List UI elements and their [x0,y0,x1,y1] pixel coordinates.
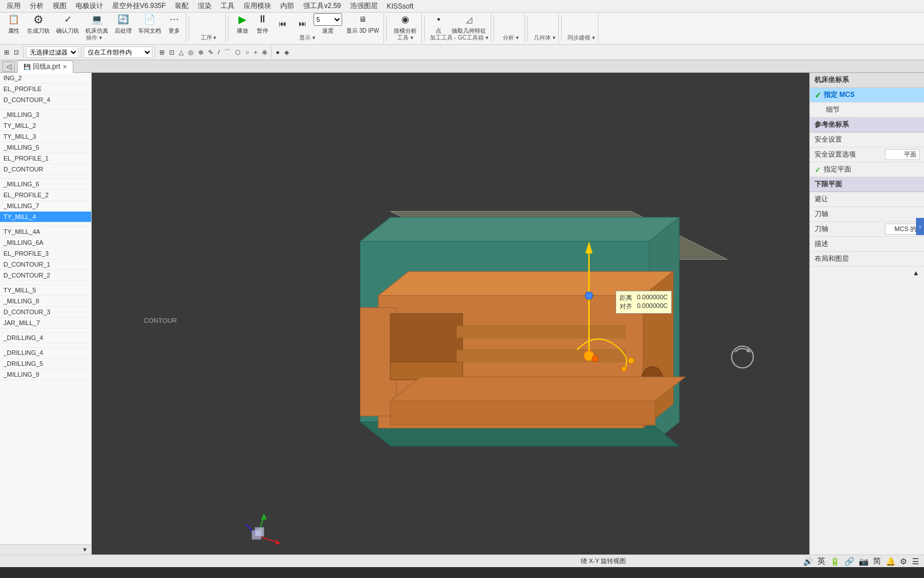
tb2-tool-5[interactable]: ⊕ [197,48,205,57]
tb2-tool-1[interactable]: ⊞ [158,48,166,57]
sidebar-item-24[interactable]: _MILLING_8 [0,296,91,307]
rp-field-safety-value[interactable]: 平面 [885,149,919,160]
tb2-tool-2[interactable]: ⊡ [167,48,176,57]
tab-nav-back[interactable]: ◁ [2,61,15,72]
sidebar-item-6[interactable]: TY_MILL_2 [0,120,91,131]
menu-zhuangpei[interactable]: 装配 [170,0,193,12]
status-icon-camera[interactable]: 📷 [859,557,868,566]
sidebar-item-31[interactable]: _DRILLING_5 [0,358,91,369]
menu-dianjisheji[interactable]: 电极设计 [71,0,108,12]
btn-rewind[interactable]: ⏮ [273,11,292,37]
status-icon-sound[interactable]: 🔊 [803,557,813,566]
rp-item-avoid[interactable]: 避让 [810,192,924,207]
tb2-tool-14[interactable]: ◈ [283,48,291,57]
menu-gongju[interactable]: 工具 [216,0,239,12]
menu-shitu[interactable]: 视图 [48,0,71,12]
tb2-tool-9[interactable]: ⬡ [233,48,242,57]
menu-yingyong[interactable]: 应用 [2,0,25,12]
rp-item-layout[interactable]: 布局和图层 [810,252,924,267]
status-icon-link[interactable]: 🔗 [844,557,854,566]
rp-item-safety[interactable]: 安全设置 [810,132,924,147]
tb2-tool-13[interactable]: ● [274,48,281,56]
sidebar-item-22[interactable] [0,281,91,285]
tb2-tool-3[interactable]: △ [177,48,185,57]
sidebar-item-32[interactable]: _MILLING_9 [0,369,91,380]
sidebar-item-2[interactable]: EL_PROFILE [0,84,91,95]
sidebar-item-7[interactable]: TY_MILL_3 [0,131,91,142]
btn-more-ops[interactable]: ⋯ 更多 [165,11,183,37]
sidebar-item-15[interactable]: TY_MILL_4 [0,212,91,222]
rp-collapse-btn[interactable]: ▲ [810,267,924,279]
btn-properties[interactable]: 📋 属性 [5,11,23,37]
tb2-tool-6[interactable]: ✎ [206,48,215,57]
status-icon-lang[interactable]: 英 [817,556,825,567]
menu-xuanran[interactable]: 渲染 [193,0,216,12]
tb2-tool-11[interactable]: + [252,48,259,56]
sidebar-item-17[interactable]: TY_MILL_4A [0,226,91,237]
sidebar-item-11[interactable] [0,175,91,179]
tb2-tool-12[interactable]: ⊕ [260,48,269,57]
btn-pause[interactable]: ⏸ 暂停 [253,11,272,37]
rp-field-toolaxis-value[interactable]: MCS 的 [885,224,919,235]
menu-fenxi[interactable]: 分析 [25,0,48,12]
btn-shop-doc[interactable]: 📄 车间文档 [136,11,163,37]
btn-play[interactable]: ▶ 播放 [233,11,252,37]
menu-yingyongmokuai[interactable]: 应用模块 [239,0,276,12]
filter-select[interactable]: 无选择过滤器 [26,46,79,58]
status-icon-bell[interactable]: 🔔 [886,557,895,566]
sidebar-item-25[interactable]: D_CONTOUR_3 [0,307,91,318]
sidebar-item-1[interactable]: ING_2 [0,73,91,84]
rp-section-coord[interactable]: 参考坐标系 [810,118,924,132]
sidebar-item-27[interactable] [0,329,91,333]
btn-point[interactable]: • 点 [429,11,448,37]
scope-select[interactable]: 仅在工作部件内 [84,46,152,58]
rp-item-detail[interactable]: 细节 [810,103,924,118]
menu-xingkong[interactable]: 星空外挂V6.935F [108,0,170,12]
tb2-tool-7[interactable]: / [216,48,221,56]
rp-item-plane[interactable]: ✓ 指定平面 [810,162,924,177]
menu-neib[interactable]: 内部 [276,0,299,12]
sidebar-item-20[interactable]: D_CONTOUR_1 [0,259,91,270]
tb2-snap-left[interactable]: ⊞ [2,48,11,57]
rp-item-desc[interactable]: 描述 [810,237,924,252]
sidebar-item-5[interactable]: _MILLING_3 [0,110,91,120]
sidebar-scroll-down-btn[interactable]: ▼ [80,546,90,553]
sidebar-item-26[interactable]: JAR_MILL_7 [0,318,91,329]
btn-show-3dipw[interactable]: 🖥 显示 3D IPW [344,11,381,37]
btn-generate[interactable]: ⚙ 生成刀轨 [25,11,52,37]
rp-section-lower[interactable]: 下限平面 [810,177,924,192]
status-icon-settings[interactable]: ⚙ [900,557,907,566]
status-icon-menu[interactable]: ☰ [912,557,919,566]
sidebar-item-4[interactable] [0,106,91,110]
status-icon-simplified[interactable]: 简 [873,556,881,567]
sidebar-item-28[interactable]: _DRILLING_4 [0,333,91,343]
sidebar-item-9[interactable]: EL_PROFILE_1 [0,153,91,164]
menu-qianggjj[interactable]: 强工具v2.59 [299,0,345,12]
sidebar-item-19[interactable]: EL_PROFILE_3 [0,248,91,259]
sidebar-item-21[interactable]: D_CONTOUR_2 [0,270,91,281]
tab-main-file[interactable]: 💾 回线a.prt ✕ [17,60,73,73]
tb2-tool-10[interactable]: ○ [244,48,251,56]
rp-expand-btn[interactable]: › [916,218,924,235]
btn-extract-geo[interactable]: ◿ 抽取几何特征 [449,11,488,37]
menu-haoqiang[interactable]: 浩强图层 [346,0,382,12]
speed-select[interactable]: 51210 [314,13,342,26]
rp-item-toolaxis1[interactable]: 刀轴 [810,207,924,222]
sidebar-item-3[interactable]: D_CONTOUR_4 [0,95,91,106]
sidebar-item-14[interactable]: _MILLING_7 [0,201,91,212]
tb2-tool-8[interactable]: ⌒ [222,48,232,57]
rp-header-mcs[interactable]: 机床坐标系 [810,73,924,88]
sidebar-item-8[interactable]: _MILLING_5 [0,142,91,153]
sidebar-item-30[interactable]: _DRILLING_4 [0,347,91,358]
sidebar-item-13[interactable]: EL_PROFILE_2 [0,190,91,201]
btn-postprocess[interactable]: 🔄 后处理 [112,11,134,37]
tb2-snap-right[interactable]: ⊡ [12,48,21,57]
sidebar-item-23[interactable]: TY_MILL_5 [0,285,91,296]
btn-forward[interactable]: ⏭ [293,11,312,37]
viewport[interactable]: CONTOUR [92,73,809,554]
sidebar-item-12[interactable]: _MILLING_6 [0,179,91,190]
btn-verify[interactable]: ✓ 确认刀轨 [54,11,81,37]
sidebar-item-10[interactable]: D_CONTOUR [0,164,91,175]
menu-kisssoft[interactable]: KISSsoft [382,1,418,11]
sidebar-item-29[interactable] [0,343,91,347]
